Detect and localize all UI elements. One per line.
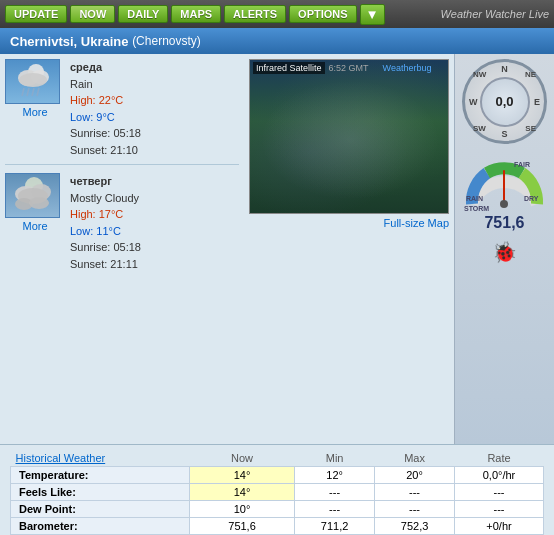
main-content: More среда Rain High: 22°C Low: 9°C Sunr…: [0, 54, 554, 444]
compass-n: N: [501, 64, 508, 74]
more-link-day1[interactable]: More: [22, 106, 47, 118]
fullsize-link[interactable]: Full-size Map: [249, 217, 449, 229]
map-label: Infrared Satellite: [253, 62, 325, 74]
cloud-overlay: [260, 80, 440, 200]
table-row: Dew Point: 10° --- --- ---: [11, 501, 544, 518]
svg-text:DRY: DRY: [524, 195, 539, 202]
svg-text:FAIR: FAIR: [514, 161, 530, 168]
daily-button[interactable]: DAILY: [118, 5, 168, 23]
row-dew-label: Dew Point:: [11, 501, 190, 518]
now-button[interactable]: NOW: [70, 5, 115, 23]
row-feellike-now: 14°: [189, 484, 294, 501]
row-feellike-label: Feels Like:: [11, 484, 190, 501]
middle-panel: Infrared Satellite 6:52 GMT Weatherbug F…: [244, 54, 454, 444]
compass-nw: NW: [473, 70, 486, 79]
city-name: Chernivtsi, Ukraine: [10, 34, 129, 49]
barometer: RAIN STORM FAIR DRY 751,6: [462, 149, 547, 232]
weather-info-day1: среда Rain High: 22°C Low: 9°C Sunrise: …: [70, 59, 141, 158]
svg-point-15: [29, 197, 49, 209]
compass-se: SE: [525, 124, 536, 133]
col-now: Now: [189, 450, 294, 467]
svg-point-17: [500, 200, 508, 208]
row-feellike-min: ---: [295, 484, 375, 501]
row-temperature-rate: 0,0°/hr: [455, 467, 544, 484]
row-baro-rate: +0/hr: [455, 518, 544, 535]
col-max: Max: [375, 450, 455, 467]
app-title: Weather Watcher Live: [441, 8, 549, 20]
options-button[interactable]: OPTIONS: [289, 5, 357, 23]
right-panel: N S E W NE NW SE SW 0,0: [454, 54, 554, 444]
day2-sunset: Sunset: 21:11: [70, 256, 141, 273]
day2-name: четверг: [70, 173, 141, 190]
left-panel: More среда Rain High: 22°C Low: 9°C Sunr…: [0, 54, 244, 444]
row-temperature-min: 12°: [295, 467, 375, 484]
compass-ne: NE: [525, 70, 536, 79]
row-temperature-max: 20°: [375, 467, 455, 484]
map-time: 6:52 GMT: [329, 63, 369, 73]
day1-sunset: Sunset: 21:10: [70, 142, 141, 159]
row-dew-rate: ---: [455, 501, 544, 518]
col-min: Min: [295, 450, 375, 467]
weather-day-1: More среда Rain High: 22°C Low: 9°C Sunr…: [5, 59, 239, 165]
data-table-section: Historical Weather Now Min Max Rate Temp…: [0, 444, 554, 535]
row-baro-label: Barometer:: [11, 518, 190, 535]
row-feellike-rate: ---: [455, 484, 544, 501]
day1-condition: Rain: [70, 76, 141, 93]
col-rate: Rate: [455, 450, 544, 467]
compass-sw: SW: [473, 124, 486, 133]
table-row: Temperature: 14° 12° 20° 0,0°/hr: [11, 467, 544, 484]
day2-sunrise: Sunrise: 05:18: [70, 239, 141, 256]
barometer-gauge: RAIN STORM FAIR DRY: [462, 149, 547, 214]
dropdown-button[interactable]: ▼: [360, 4, 385, 25]
bug-icon: 🐞: [492, 240, 517, 264]
weather-icon-day1: [5, 59, 60, 104]
compass: N S E W NE NW SE SW 0,0: [462, 59, 547, 144]
data-table: Historical Weather Now Min Max Rate Temp…: [10, 450, 544, 535]
day1-low: Low: 9°C: [70, 109, 141, 126]
location-bar: Chernivtsi, Ukraine (Chernovsty): [0, 28, 554, 54]
barometer-value: 751,6: [462, 214, 547, 232]
row-baro-max: 752,3: [375, 518, 455, 535]
day1-high: High: 22°C: [70, 92, 141, 109]
row-dew-now: 10°: [189, 501, 294, 518]
day1-name: среда: [70, 59, 141, 76]
alerts-button[interactable]: ALERTS: [224, 5, 286, 23]
svg-text:STORM: STORM: [464, 205, 489, 212]
row-feellike-max: ---: [375, 484, 455, 501]
table-header: Historical Weather Now Min Max Rate: [11, 450, 544, 467]
row-baro-now: 751,6: [189, 518, 294, 535]
day2-condition: Mostly Cloudy: [70, 190, 141, 207]
day2-high: High: 17°C: [70, 206, 141, 223]
row-baro-min: 711,2: [295, 518, 375, 535]
table-row: Feels Like: 14° --- --- ---: [11, 484, 544, 501]
weather-day-2: More четверг Mostly Cloudy High: 17°C Lo…: [5, 173, 239, 278]
more-link-day2[interactable]: More: [22, 220, 47, 232]
compass-w: W: [469, 97, 478, 107]
map-container: Infrared Satellite 6:52 GMT Weatherbug: [249, 59, 449, 214]
row-dew-max: ---: [375, 501, 455, 518]
update-button[interactable]: UPDATE: [5, 5, 67, 23]
city-local: (Chernovsty): [132, 34, 201, 48]
day2-low: Low: 11°C: [70, 223, 141, 240]
map-brand: Weatherbug: [383, 63, 432, 73]
compass-value: 0,0: [480, 77, 530, 127]
toolbar: UPDATE NOW DAILY MAPS ALERTS OPTIONS ▼ W…: [0, 0, 554, 28]
historical-weather-link[interactable]: Historical Weather: [16, 452, 106, 464]
svg-text:RAIN: RAIN: [466, 195, 483, 202]
weather-icon-day2: [5, 173, 60, 218]
maps-button[interactable]: MAPS: [171, 5, 221, 23]
svg-point-4: [19, 73, 47, 87]
row-temperature-label: Temperature:: [11, 467, 190, 484]
compass-s: S: [501, 129, 507, 139]
table-row: Barometer: 751,6 711,2 752,3 +0/hr: [11, 518, 544, 535]
row-dew-min: ---: [295, 501, 375, 518]
row-temperature-now: 14°: [189, 467, 294, 484]
day1-sunrise: Sunrise: 05:18: [70, 125, 141, 142]
weather-info-day2: четверг Mostly Cloudy High: 17°C Low: 11…: [70, 173, 141, 272]
compass-e: E: [534, 97, 540, 107]
